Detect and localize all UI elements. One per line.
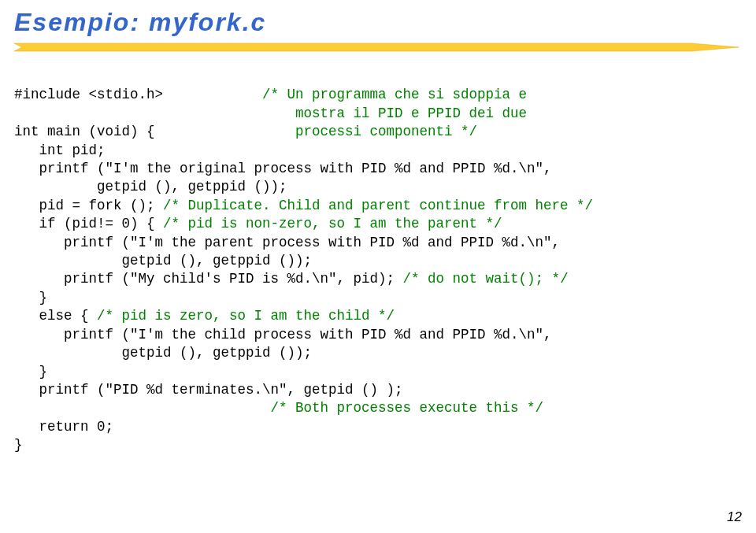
code-line: pid = fork ();	[14, 198, 163, 213]
code-comment: /* Un programma che si sdoppia e	[262, 87, 527, 102]
code-line: #include <stdio.h>	[14, 87, 163, 102]
page-number: 12	[727, 509, 742, 525]
code-line: if (pid!= 0) {	[14, 216, 163, 231]
code-line: printf ("I'm the original process with P…	[14, 161, 552, 176]
code-block: #include <stdio.h> /* Un programma che s…	[14, 68, 593, 455]
title-underline	[14, 43, 739, 54]
code-line: int main (void) {	[14, 124, 155, 139]
code-comment: /* do not wait(); */	[403, 271, 569, 287]
slide-title: Esempio: myfork.c	[14, 8, 266, 37]
code-line: printf ("My child's PID is %d.\n", pid);	[14, 271, 403, 287]
code-comment: mostra il PID e PPID dei due	[295, 105, 527, 121]
code-comment: /* Both processes execute this */	[14, 400, 543, 416]
code-line: getpid (), getppid ());	[14, 179, 287, 194]
code-line: printf ("I'm the child process with PID …	[14, 327, 552, 342]
code-line: getpid (), getppid ());	[14, 345, 312, 361]
code-line: return 0;	[14, 419, 113, 435]
code-line: int pid;	[14, 143, 106, 158]
code-comment: /* Duplicate. Child and parent continue …	[163, 198, 593, 213]
code-line: printf ("I'm the parent process with PID…	[14, 235, 560, 250]
code-comment: /* pid is non-zero, so I am the parent *…	[163, 216, 502, 231]
code-comment: processi componenti */	[295, 124, 477, 139]
code-line: getpid (), getppid ());	[14, 253, 312, 268]
code-line: printf ("PID %d terminates.\n", getpid (…	[14, 382, 403, 398]
code-comment: /* pid is zero, so I am the child */	[97, 308, 395, 324]
code-line: }	[14, 290, 47, 305]
code-line: }	[14, 437, 23, 453]
svg-marker-0	[14, 43, 739, 51]
code-line: else {	[14, 308, 97, 324]
code-line: }	[14, 364, 47, 379]
